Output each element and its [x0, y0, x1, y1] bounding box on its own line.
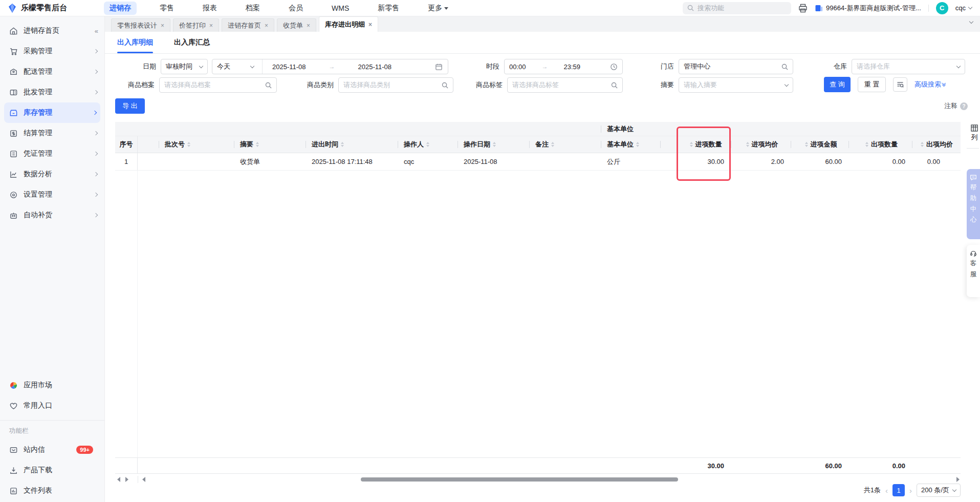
calendar-icon[interactable] — [435, 63, 443, 71]
subtab-detail[interactable]: 出入库明细 — [117, 32, 153, 53]
store-filter-input[interactable]: 管理中心 — [679, 59, 793, 74]
doc-tab-report-design[interactable]: 零售报表设计× — [111, 18, 170, 32]
doc-tab-receipt[interactable]: 收货单× — [277, 18, 316, 32]
nav-item-jinxiaocun[interactable]: 进销存 — [104, 2, 137, 15]
nav-item-more[interactable]: 更多 — [422, 2, 454, 15]
sort-icon[interactable] — [341, 142, 344, 147]
page-number[interactable]: 1 — [892, 484, 905, 496]
scroll-right-icon[interactable] — [125, 477, 128, 482]
sidebar-item-inbox[interactable]: 站内信 99+ — [0, 440, 104, 460]
help-center-tab[interactable]: 帮 助 中 心 — [967, 169, 980, 239]
advanced-search-link[interactable]: 高级搜索 — [914, 80, 945, 89]
sidebar-item-downloads[interactable]: 产品下载 — [0, 460, 104, 480]
scroll-left-icon[interactable] — [117, 477, 120, 482]
help-question-icon[interactable]: ? — [960, 102, 968, 110]
col-header-remark[interactable]: 备注 — [529, 136, 601, 153]
scrollbar-track[interactable] — [138, 476, 961, 483]
summary-filter-select[interactable]: 请输入摘要 — [679, 77, 793, 93]
col-header-operator[interactable]: 操作人 — [398, 136, 458, 153]
collapse-sidebar-icon[interactable]: « — [95, 27, 97, 35]
sort-icon[interactable] — [746, 142, 749, 147]
col-header-summary[interactable]: 摘要 — [234, 136, 306, 153]
col-header-in-amount[interactable]: 进项金额 — [791, 136, 848, 153]
close-icon[interactable]: × — [161, 22, 164, 29]
date-to-value[interactable]: 2025-11-08 — [358, 63, 392, 71]
sidebar-item-delivery[interactable]: 配送管理 — [0, 61, 104, 82]
printer-icon[interactable] — [798, 4, 808, 13]
date-range-control[interactable]: 今天 2025-11-08 → 2025-11-08 — [212, 59, 448, 74]
time-from-value[interactable]: 00:00 — [509, 63, 526, 71]
scroll-left-icon[interactable] — [142, 477, 145, 482]
close-icon[interactable]: × — [368, 21, 372, 28]
search-button[interactable]: 查 询 — [824, 77, 851, 92]
nav-item-baobiao[interactable]: 报表 — [197, 2, 223, 15]
sidebar-item-app-market[interactable]: 应用市场 — [0, 375, 104, 395]
product-filter-input[interactable]: 请选择商品档案 — [159, 77, 277, 93]
doc-tab-home[interactable]: 进销存首页× — [222, 18, 274, 32]
close-icon[interactable]: × — [265, 22, 268, 29]
col-header-in-price[interactable]: 进项均价 — [731, 136, 791, 153]
sidebar-item-inventory[interactable]: 库存管理 — [4, 102, 100, 123]
export-button[interactable]: 导 出 — [115, 98, 145, 114]
avatar[interactable]: C — [936, 2, 948, 14]
sidebar-item-wholesale[interactable]: 批发管理 — [0, 82, 104, 102]
sidebar-item-auto-replenish[interactable]: 自动补货 — [0, 205, 104, 225]
sidebar-item-settings[interactable]: 设置管理 — [0, 184, 104, 205]
sidebar-item-analytics[interactable]: 数据分析 — [0, 164, 104, 184]
doc-tab-price-tag[interactable]: 价签打印× — [173, 18, 219, 32]
sort-icon[interactable] — [187, 142, 190, 147]
col-header-base-unit[interactable]: 基本单位 — [601, 136, 660, 153]
scrollbar-thumb[interactable] — [361, 477, 678, 482]
nav-item-wms[interactable]: WMS — [326, 2, 355, 14]
filter-settings-button[interactable] — [893, 77, 907, 92]
sidebar-item-voucher[interactable]: 凭证管理 — [0, 143, 104, 164]
nav-item-xinlingshou[interactable]: 新零售 — [372, 2, 405, 15]
category-filter-input[interactable]: 请选择商品类别 — [338, 77, 453, 93]
sort-icon[interactable] — [636, 142, 639, 147]
table-row[interactable]: 1 收货单 2025-11-08 17:11:48 cqc 2025-11-08… — [115, 153, 961, 171]
store-selector[interactable]: 99664-新界面商超版测试-管理... — [815, 4, 921, 13]
close-icon[interactable]: × — [307, 22, 310, 29]
col-header-time[interactable]: 进出时间 — [306, 136, 398, 153]
sort-icon[interactable] — [690, 142, 693, 147]
time-to-value[interactable]: 23:59 — [564, 63, 581, 71]
warehouse-select[interactable]: 请选择仓库 — [852, 59, 965, 74]
date-preset-select[interactable]: 今天 — [212, 62, 258, 71]
customer-service-tab[interactable]: 客 服 — [967, 245, 980, 297]
sort-icon[interactable] — [256, 142, 259, 147]
col-header-batch[interactable]: 批次号 — [159, 136, 234, 153]
global-search-input[interactable]: 搜索功能 — [683, 2, 791, 14]
col-header-op-date[interactable]: 操作日期 — [458, 136, 529, 153]
time-range-control[interactable]: 00:00 → 23:59 — [504, 59, 623, 74]
date-from-value[interactable]: 2025-11-08 — [272, 63, 306, 71]
sidebar-item-purchase[interactable]: 采购管理 — [0, 41, 104, 61]
sidebar-item-file-list[interactable]: 文件列表 — [0, 480, 104, 501]
col-header-in-qty[interactable]: 进项数量 — [678, 136, 731, 153]
column-settings-button[interactable]: 列 — [971, 124, 978, 142]
sidebar-item-settlement[interactable]: 结算管理 — [0, 123, 104, 143]
sidebar-item-favorites[interactable]: 常用入口 — [0, 395, 104, 416]
nav-item-lingshou[interactable]: 零售 — [154, 2, 180, 15]
tab-list-chevron-icon[interactable] — [969, 19, 973, 24]
nav-item-huiyuan[interactable]: 会员 — [283, 2, 309, 15]
scroll-left-arrows[interactable] — [115, 477, 138, 482]
subtab-summary[interactable]: 出入库汇总 — [174, 32, 210, 53]
page-size-select[interactable]: 200 条/页 — [917, 484, 961, 497]
sort-icon[interactable] — [551, 142, 554, 147]
sidebar-item-home[interactable]: 进销存首页 « — [0, 20, 104, 41]
user-menu[interactable]: cqc — [955, 4, 972, 12]
sort-icon[interactable] — [493, 142, 496, 147]
prev-page-icon[interactable]: ‹ — [885, 486, 888, 495]
date-type-select[interactable]: 审核时间 — [161, 59, 208, 74]
nav-item-dangan[interactable]: 档案 — [240, 2, 266, 15]
scroll-right-icon[interactable] — [956, 477, 960, 482]
tag-filter-input[interactable]: 请选择商品标签 — [507, 77, 623, 93]
col-header-out-qty[interactable]: 出项数量 — [848, 136, 912, 153]
sort-icon[interactable] — [426, 142, 429, 147]
horizontal-scrollbar[interactable] — [115, 476, 961, 483]
col-header-out-price[interactable]: 出项均价 — [912, 136, 961, 153]
doc-tab-inventory-detail[interactable]: 库存进出明细× — [319, 16, 378, 32]
close-icon[interactable]: × — [209, 22, 213, 29]
sort-icon[interactable] — [921, 142, 924, 147]
sort-icon[interactable] — [865, 142, 868, 147]
